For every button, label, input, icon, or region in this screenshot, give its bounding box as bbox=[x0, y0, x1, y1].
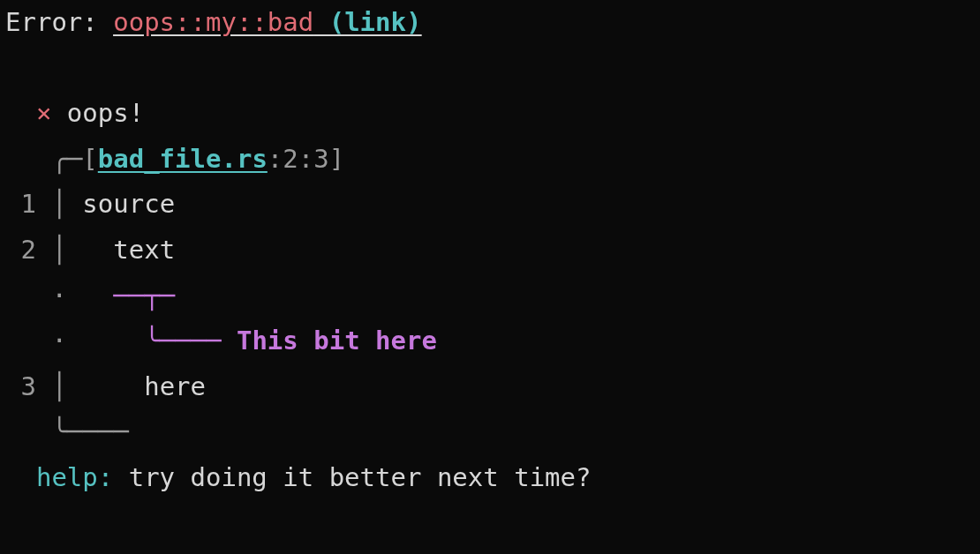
pointer-arm: ╰──── bbox=[82, 326, 237, 356]
error-prefix: Error: bbox=[5, 7, 113, 37]
help-text: try doing it better next time? bbox=[129, 462, 592, 492]
box-border: │ bbox=[36, 189, 82, 219]
box-border: ╭─ bbox=[5, 144, 82, 174]
line-number-2: 2 bbox=[20, 235, 35, 265]
error-code-link[interactable]: oops::my::bad (link) bbox=[113, 7, 421, 37]
underline-marker: ──┬─ bbox=[82, 281, 175, 311]
loc-bracket-open: [ bbox=[82, 144, 97, 174]
line-number-3: 3 bbox=[20, 371, 35, 401]
line-number-1: 1 bbox=[20, 189, 35, 219]
source-line-2: text bbox=[82, 235, 175, 265]
annotation-label: This bit here bbox=[237, 326, 437, 356]
source-line-1: source bbox=[82, 189, 175, 219]
severity-cross-icon: × bbox=[36, 98, 51, 128]
loc-bracket-close: ] bbox=[329, 144, 344, 174]
source-file-link[interactable]: bad_file.rs bbox=[98, 144, 268, 174]
box-border: │ bbox=[36, 371, 82, 401]
source-line-3: here bbox=[82, 371, 206, 401]
help-label: help: bbox=[36, 462, 129, 492]
severity-message: oops! bbox=[67, 98, 144, 128]
box-border: · bbox=[36, 281, 82, 311]
box-border: ╰──── bbox=[5, 416, 129, 446]
source-location: :2:3 bbox=[268, 144, 329, 174]
box-border: │ bbox=[36, 235, 82, 265]
box-border: · bbox=[36, 326, 82, 356]
